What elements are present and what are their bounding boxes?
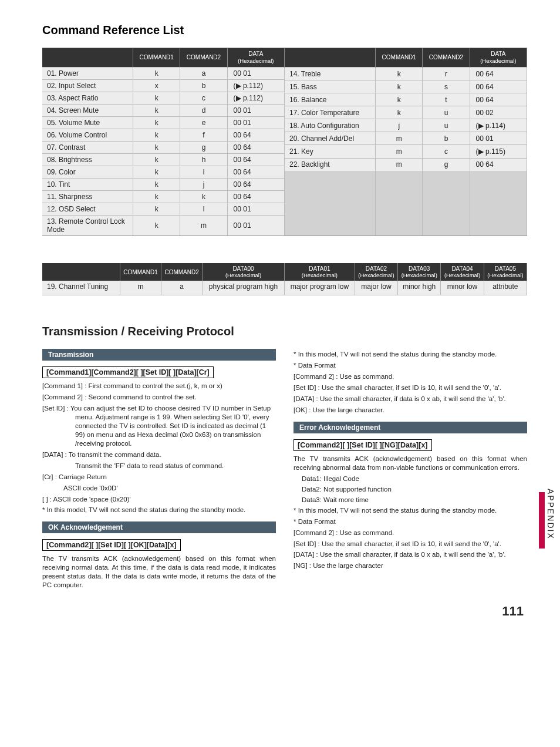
table-row: 05. Volume Muteke00 01 (42, 117, 285, 129)
table-row: 12. OSD Selectkl00 01 (42, 203, 285, 216)
empty-cell (376, 223, 423, 235)
row-cmd1: k (133, 166, 180, 179)
row-label: 14. Treble (285, 68, 376, 80)
row-cmd2: r (423, 68, 470, 80)
err-ack-body: The TV transmits ACK (acknowledgement) b… (294, 455, 527, 472)
err-ack-head: Error Acknowledgement (294, 422, 527, 433)
row-cmd2: a (180, 68, 227, 80)
row-cmd1: k (376, 80, 423, 93)
row-cmd1: k (133, 129, 180, 142)
row-cmd1: k (133, 68, 180, 80)
tbl2-row-label: 19. Channel Tuning (42, 281, 120, 295)
th-tbl2: DATA04(Hexadecimal) (441, 263, 484, 281)
table-row: 06. Volume Controlkf00 64 (42, 129, 285, 142)
table-row: 20. Channel Add/Delmb00 01 (285, 132, 527, 145)
th-data: DATA (Hexadecimal) (227, 48, 284, 68)
channel-tuning-table: COMMAND1COMMAND2DATA00(Hexadecimal)DATA0… (42, 263, 527, 295)
empty-cell (423, 197, 470, 210)
table-row: 16. Balancekt00 64 (285, 93, 527, 106)
row-data: 00 64 (227, 166, 284, 179)
row-cmd2: k (180, 191, 227, 203)
row-label: 06. Volume Control (42, 129, 133, 142)
table-row: 21. Keymc(▶ p.115) (285, 145, 527, 158)
table-row-empty (285, 171, 527, 184)
table-row: 13. Remote Control Lock Modekm00 01 (42, 216, 285, 236)
row-cmd1: k (133, 216, 180, 236)
row-data: 00 01 (227, 117, 284, 129)
row-data: (▶ p.112) (227, 80, 284, 92)
row-cmd2: g (423, 158, 470, 171)
empty-cell (470, 197, 527, 210)
row-label: 12. OSD Select (42, 203, 133, 216)
trans-l6: [ ] : ASCII code 'space (0x20)' (42, 495, 276, 504)
row-cmd1: k (376, 68, 423, 80)
row-cmd1: k (133, 117, 180, 129)
empty-cell (423, 171, 470, 184)
err-d2: Data2: Not supported function (294, 486, 527, 493)
row-data: 00 02 (470, 106, 527, 119)
trans-l4b: Transmit the 'FF' data to read status of… (42, 462, 276, 470)
row-cmd2: d (180, 105, 227, 117)
th-data-sub-r: (Hexadecimal) (480, 58, 516, 64)
empty-cell (376, 210, 423, 223)
row-cmd1: k (376, 93, 423, 106)
rt-n3: [Command 2] : Use as command. (294, 372, 527, 381)
row-cmd1: j (376, 119, 423, 132)
row-cmd2: j (180, 179, 227, 191)
row-cmd2: c (180, 92, 227, 105)
row-label: 01. Power (42, 68, 133, 80)
th-tbl2: DATA00(Hexadecimal) (203, 263, 285, 281)
trans-l7: * In this model, TV will not send the st… (42, 506, 276, 514)
row-label: 18. Auto Configuration (285, 119, 376, 132)
th-data-top: DATA (248, 51, 263, 57)
th-cmd1: COMMAND1 (133, 48, 180, 68)
table-row: 15. Bassks00 64 (285, 80, 527, 93)
table-row: 08. Brightnesskh00 64 (42, 154, 285, 166)
th-data-top-r: DATA (491, 51, 505, 57)
row-cmd1: k (133, 92, 180, 105)
rt-n6: [OK] : Use the large character. (294, 406, 527, 415)
row-cmd1: k (376, 106, 423, 119)
trans-l5b: ASCII code '0x0D' (42, 484, 276, 493)
err-d1: Data1: Illegal Code (294, 475, 527, 482)
rt-n5: [DATA] : Use the small character, if dat… (294, 395, 527, 403)
err-n5: [DATA] : Use the small character, if dat… (294, 550, 527, 559)
empty-cell (470, 223, 527, 235)
row-cmd2: t (423, 93, 470, 106)
err-n1: * In this model, TV will not send the st… (294, 506, 527, 515)
empty-cell (285, 197, 376, 210)
row-label: 16. Balance (285, 93, 376, 106)
th-tbl2: DATA02(Hexadecimal) (355, 263, 397, 281)
tbl2-cell: major low (355, 281, 397, 295)
transmission-cmd: [Command1][Command2][ ][Set ID][ ][Data]… (42, 366, 214, 378)
th-tbl2: DATA01(Hexadecimal) (284, 263, 355, 281)
command-reference-table: COMMAND1 COMMAND2 DATA (Hexadecimal) 01.… (42, 48, 527, 236)
row-cmd1: k (133, 105, 180, 117)
table-row: 03. Aspect Ratiokc(▶ p.112) (42, 92, 285, 105)
empty-cell (423, 184, 470, 197)
table-row: 11. Sharpnesskk00 64 (42, 191, 285, 203)
th-tbl2: DATA03(Hexadecimal) (398, 263, 441, 281)
row-cmd2: u (423, 106, 470, 119)
row-label: 21. Key (285, 145, 376, 158)
th-tbl2: COMMAND2 (161, 263, 203, 281)
row-data: 00 64 (227, 142, 284, 154)
table-row: 07. Contrastkg00 64 (42, 142, 285, 154)
tbl2-cell: minor low (441, 281, 484, 295)
section-title-2: Transmission / Receiving Protocol (42, 325, 527, 338)
trans-l3: [Set ID] : You can adjust the set ID to … (42, 404, 276, 448)
table-row-empty (285, 197, 527, 210)
row-cmd1: m (376, 158, 423, 171)
row-label: 05. Volume Mute (42, 117, 133, 129)
empty-cell (470, 171, 527, 184)
row-label: 03. Aspect Ratio (42, 92, 133, 105)
empty-cell (376, 197, 423, 210)
row-cmd2: b (423, 132, 470, 145)
row-cmd2: f (180, 129, 227, 142)
row-cmd2: u (423, 119, 470, 132)
empty-cell (285, 171, 376, 184)
row-data: (▶ p.115) (470, 145, 527, 158)
row-data: 00 01 (470, 132, 527, 145)
rt-n4: [Set ID] : Use the small character, if s… (294, 383, 527, 392)
row-cmd2: l (180, 203, 227, 216)
